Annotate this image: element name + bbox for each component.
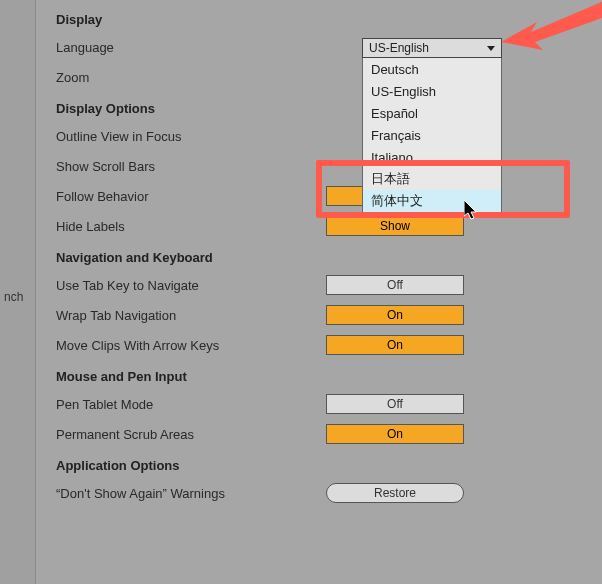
language-dropdown[interactable]: US-English Deutsch US-English Español Fr… bbox=[362, 38, 502, 213]
display-options-title: Display Options bbox=[36, 95, 602, 124]
language-selected-text: US-English bbox=[369, 41, 429, 55]
language-dropdown-list: Deutsch US-English Español Français Ital… bbox=[362, 58, 502, 213]
language-label: Language bbox=[56, 40, 326, 55]
language-option-japanese[interactable]: 日本語 bbox=[363, 168, 501, 190]
scrollbars-label: Show Scroll Bars bbox=[56, 159, 326, 174]
app-options-title: Application Options bbox=[36, 452, 602, 481]
pentablet-label: Pen Tablet Mode bbox=[56, 397, 326, 412]
follow-label: Follow Behavior bbox=[56, 189, 326, 204]
mouse-pen-title: Mouse and Pen Input bbox=[36, 363, 602, 392]
chevron-down-icon bbox=[487, 46, 495, 51]
language-option-us-english[interactable]: US-English bbox=[363, 80, 501, 102]
language-dropdown-selected[interactable]: US-English bbox=[362, 38, 502, 58]
scrub-label: Permanent Scrub Areas bbox=[56, 427, 326, 442]
language-option-italiano[interactable]: Italiano bbox=[363, 146, 501, 168]
outline-label: Outline View in Focus bbox=[56, 129, 326, 144]
wraptab-label: Wrap Tab Navigation bbox=[56, 308, 326, 323]
language-option-espanol[interactable]: Español bbox=[363, 102, 501, 124]
tabkey-toggle[interactable]: Off bbox=[326, 275, 464, 295]
scrub-toggle[interactable]: On bbox=[326, 424, 464, 444]
moveclips-toggle[interactable]: On bbox=[326, 335, 464, 355]
language-option-francais[interactable]: Français bbox=[363, 124, 501, 146]
wraptab-toggle[interactable]: On bbox=[326, 305, 464, 325]
restore-warnings-button[interactable]: Restore bbox=[326, 483, 464, 503]
language-option-deutsch[interactable]: Deutsch bbox=[363, 58, 501, 80]
zoom-label: Zoom bbox=[56, 70, 326, 85]
left-tab-fragment[interactable]: nch bbox=[4, 290, 23, 304]
language-option-simplified-chinese[interactable]: 简体中文 bbox=[363, 190, 501, 212]
pentablet-toggle[interactable]: Off bbox=[326, 394, 464, 414]
display-section-title: Display bbox=[36, 6, 602, 35]
moveclips-label: Move Clips With Arrow Keys bbox=[56, 338, 326, 353]
tabkey-label: Use Tab Key to Navigate bbox=[56, 278, 326, 293]
hidelabels-label: Hide Labels bbox=[56, 219, 326, 234]
hide-labels-button[interactable]: Show bbox=[326, 216, 464, 236]
warnings-label: “Don't Show Again” Warnings bbox=[56, 486, 326, 501]
nav-keyboard-title: Navigation and Keyboard bbox=[36, 244, 602, 273]
